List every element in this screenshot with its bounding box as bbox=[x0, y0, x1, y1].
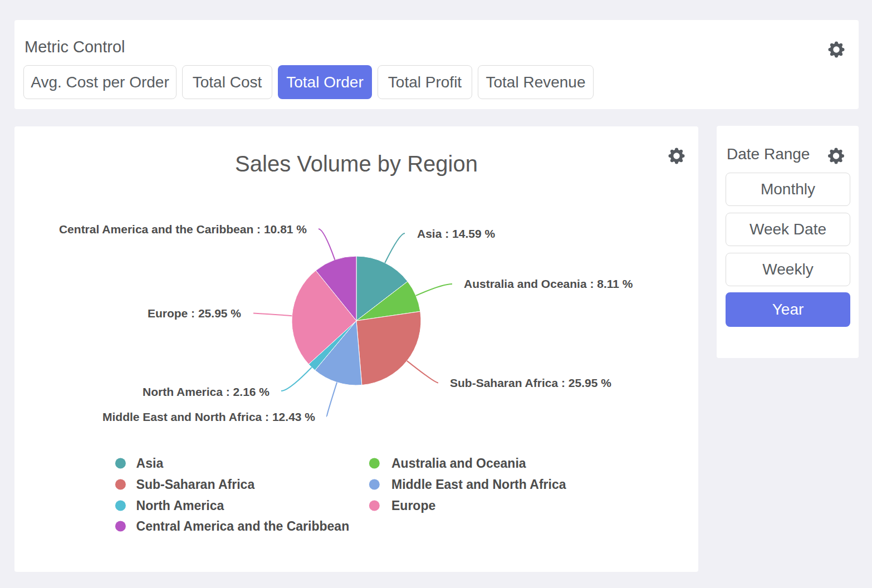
svg-text:Sub-Saharan Africa : 25.95 %: Sub-Saharan Africa : 25.95 % bbox=[450, 376, 611, 389]
svg-text:Sub-Saharan Africa: Sub-Saharan Africa bbox=[136, 477, 255, 492]
svg-text:Middle East and North Africa :: Middle East and North Africa : 12.43 % bbox=[102, 410, 315, 423]
svg-text:Asia : 14.59 %: Asia : 14.59 % bbox=[417, 227, 495, 240]
svg-text:Central America and the Caribb: Central America and the Caribbean : 10.8… bbox=[59, 223, 307, 236]
svg-text:Middle East and North Africa: Middle East and North Africa bbox=[391, 477, 566, 492]
svg-text:Australia and Oceania : 8.11 %: Australia and Oceania : 8.11 % bbox=[464, 277, 633, 290]
svg-text:Central America and the Caribb: Central America and the Caribbean bbox=[136, 519, 350, 533]
svg-text:Europe : 25.95 %: Europe : 25.95 % bbox=[148, 307, 241, 320]
svg-text:Australia and Oceania: Australia and Oceania bbox=[391, 456, 526, 471]
svg-text:Europe: Europe bbox=[391, 498, 435, 513]
svg-text:Asia: Asia bbox=[136, 456, 164, 471]
svg-text:North America : 2.16 %: North America : 2.16 % bbox=[143, 385, 270, 398]
svg-text:North America: North America bbox=[136, 498, 224, 513]
